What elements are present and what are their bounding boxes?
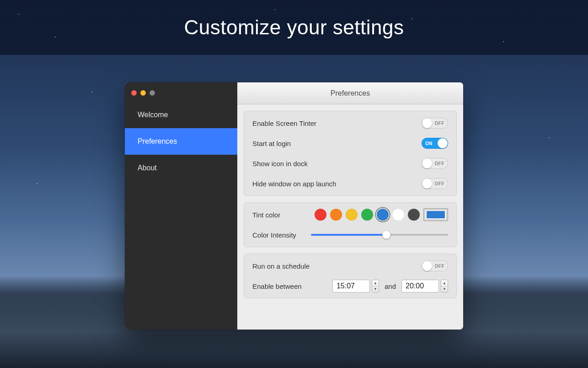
row-enable-between: Enable between 15:07 ▲ ▼ and 20:00 — [252, 276, 448, 296]
intensity-slider[interactable] — [311, 230, 448, 240]
swatch-red[interactable] — [315, 209, 326, 221]
toggle-knob — [422, 118, 432, 128]
toggle-text: ON — [425, 141, 433, 146]
stepper-up-icon[interactable]: ▲ — [441, 280, 448, 287]
row-show-dock: Show icon in dock OFF — [252, 153, 448, 173]
banner-title: Customize your settings — [184, 16, 404, 39]
sidebar-item-label: Preferences — [138, 137, 177, 146]
slider-knob[interactable] — [382, 231, 390, 239]
tint-card: Tint color Color I — [244, 202, 457, 247]
swatch-blue[interactable] — [377, 209, 389, 221]
label-run-schedule: Run on a schedule — [252, 262, 310, 270]
toggle-knob — [422, 158, 432, 168]
start-time-field: 15:07 ▲ ▼ — [332, 280, 379, 292]
swatch-dark[interactable] — [408, 209, 420, 221]
toggle-knob — [422, 179, 432, 189]
window-title: Preferences — [331, 89, 370, 97]
start-time-stepper[interactable]: ▲ ▼ — [372, 280, 379, 292]
toggle-text: OFF — [435, 264, 445, 269]
tint-swatches — [315, 208, 448, 221]
toggle-hide-on-launch[interactable]: OFF — [422, 178, 448, 189]
swatch-green[interactable] — [361, 209, 373, 221]
swatch-yellow[interactable] — [346, 209, 358, 221]
label-show-dock: Show icon in dock — [252, 160, 308, 168]
banner: Customize your settings — [0, 0, 588, 55]
label-enable-tinter: Enable Screen Tinter — [252, 119, 316, 127]
row-enable-tinter: Enable Screen Tinter OFF — [252, 113, 448, 133]
toggle-text: OFF — [435, 161, 445, 166]
label-color-intensity: Color Intensity — [252, 231, 296, 239]
toggle-text: OFF — [435, 181, 445, 186]
end-time-input[interactable]: 20:00 — [401, 280, 439, 292]
label-hide-on-launch: Hide window on app launch — [252, 180, 336, 188]
row-tint-color: Tint color — [252, 205, 448, 225]
label-tint-color: Tint color — [252, 211, 280, 219]
minimize-icon[interactable] — [140, 90, 146, 96]
stepper-down-icon[interactable]: ▼ — [372, 287, 379, 292]
toggle-text: OFF — [435, 121, 445, 126]
label-start-login: Start at login — [252, 140, 291, 147]
label-and: and — [385, 282, 396, 290]
end-time-field: 20:00 ▲ ▼ — [401, 280, 448, 292]
sidebar: Welcome Preferences About — [125, 82, 237, 330]
window-controls — [125, 86, 237, 102]
toggle-run-schedule[interactable]: OFF — [422, 260, 448, 271]
start-time-input[interactable]: 15:07 — [332, 280, 370, 292]
custom-color-preview — [427, 211, 445, 218]
stepper-up-icon[interactable]: ▲ — [372, 280, 379, 287]
end-time-stepper[interactable]: ▲ ▼ — [441, 280, 448, 292]
sidebar-item-about[interactable]: About — [125, 155, 237, 181]
preferences-window: Welcome Preferences About Preferences En… — [125, 82, 463, 330]
slider-fill — [311, 234, 386, 236]
row-run-schedule: Run on a schedule OFF — [252, 256, 448, 276]
row-hide-on-launch: Hide window on app launch OFF — [252, 173, 448, 194]
toggle-enable-tinter[interactable]: OFF — [422, 118, 448, 129]
sidebar-item-label: About — [138, 164, 157, 172]
label-enable-between: Enable between — [252, 282, 302, 290]
toggle-knob — [422, 261, 432, 271]
window-titlebar: Preferences — [237, 82, 463, 104]
time-group: 15:07 ▲ ▼ and 20:00 ▲ ▼ — [332, 280, 448, 292]
content: Enable Screen Tinter OFF Start at login … — [237, 104, 463, 330]
general-toggles-card: Enable Screen Tinter OFF Start at login … — [244, 111, 457, 196]
row-color-intensity: Color Intensity — [252, 225, 448, 245]
custom-color-well[interactable] — [423, 208, 448, 221]
schedule-card: Run on a schedule OFF Enable between 15:… — [244, 254, 457, 298]
close-icon[interactable] — [131, 90, 137, 96]
row-start-login: Start at login ON — [252, 133, 448, 153]
zoom-icon[interactable] — [150, 90, 155, 96]
swatch-orange[interactable] — [330, 209, 342, 221]
toggle-start-login[interactable]: ON — [422, 138, 448, 149]
toggle-knob — [438, 138, 448, 148]
sidebar-item-label: Welcome — [138, 111, 168, 119]
main-pane: Preferences Enable Screen Tinter OFF Sta… — [237, 82, 463, 330]
toggle-show-dock[interactable]: OFF — [422, 158, 448, 169]
sidebar-item-welcome[interactable]: Welcome — [125, 102, 237, 128]
sidebar-item-preferences[interactable]: Preferences — [125, 128, 237, 155]
swatch-white[interactable] — [392, 209, 404, 221]
stepper-down-icon[interactable]: ▼ — [441, 287, 448, 292]
